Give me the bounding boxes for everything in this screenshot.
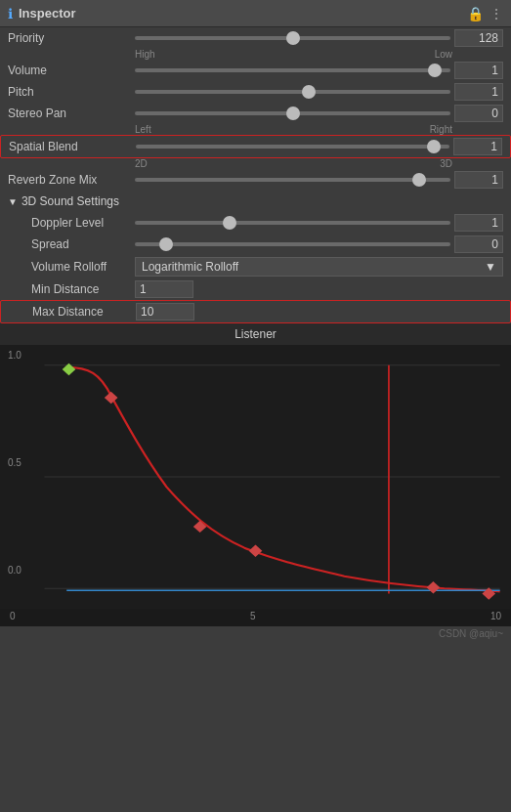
volume-slider[interactable] [135, 68, 450, 72]
lock-icon[interactable]: 🔒 [467, 6, 484, 21]
max-distance-value[interactable]: 10 [136, 303, 194, 321]
stereo-pan-value[interactable]: 0 [454, 105, 503, 122]
stereo-pan-sub-labels: Left Right [0, 124, 511, 135]
reverb-zone-mix-row: Reverb Zone Mix 1 [0, 169, 511, 191]
doppler-level-slider[interactable] [135, 221, 450, 225]
doppler-level-label: Doppler Level [8, 216, 135, 230]
reverb-zone-mix-value[interactable]: 1 [454, 171, 503, 189]
spread-value[interactable]: 0 [454, 235, 503, 253]
spread-label: Spread [8, 237, 135, 251]
chart-area: 1.0 0.5 0.0 [0, 345, 511, 609]
volume-value[interactable]: 1 [454, 62, 503, 79]
spread-slider[interactable] [135, 242, 450, 246]
section-3d-arrow: ▼ [8, 196, 18, 207]
svg-marker-6 [249, 545, 263, 557]
header-icons: 🔒 ⋮ [467, 6, 503, 21]
stereo-pan-slider[interactable] [135, 111, 450, 115]
pitch-slider[interactable] [135, 90, 450, 94]
volume-label: Volume [8, 64, 135, 77]
doppler-level-control: 1 [135, 214, 503, 232]
spread-control: 0 [135, 235, 503, 253]
pitch-control: 1 [135, 83, 503, 101]
section-3d-label: 3D Sound Settings [21, 194, 119, 208]
spatial-blend-row: Spatial Blend 1 [0, 135, 511, 158]
volume-row: Volume 1 [0, 60, 511, 81]
spatial-blend-label: Spatial Blend [9, 140, 136, 153]
svg-marker-8 [482, 587, 495, 599]
chart-svg [0, 345, 511, 609]
volume-control: 1 [135, 62, 503, 79]
stereo-pan-label: Stereo Pan [8, 107, 135, 120]
inspector-panel: ℹ Inspector 🔒 ⋮ Priority 128 High Low Vo… [0, 0, 511, 641]
doppler-level-value[interactable]: 1 [454, 214, 503, 232]
priority-control: 128 [135, 29, 503, 47]
panel-title: Inspector [19, 6, 76, 21]
header: ℹ Inspector 🔒 ⋮ [0, 0, 511, 27]
min-distance-row: Min Distance 1 [0, 278, 511, 300]
chart-container: Listener 1.0 0.5 0.0 [0, 323, 511, 626]
priority-slider[interactable] [135, 36, 450, 40]
stereo-pan-control: 0 [135, 105, 503, 122]
info-icon: ℹ [8, 6, 13, 21]
menu-icon[interactable]: ⋮ [490, 6, 503, 21]
stereo-pan-row: Stereo Pan 0 [0, 103, 511, 124]
max-distance-row: Max Distance 10 [0, 300, 511, 323]
spatial-blend-sub-labels: 2D 3D [0, 158, 511, 169]
volume-rolloff-dropdown-value: Logarithmic Rolloff [142, 260, 238, 274]
priority-sub-labels: High Low [0, 49, 511, 60]
priority-label: Priority [8, 31, 135, 45]
watermark: CSDN @aqiu~ [0, 626, 511, 641]
svg-marker-7 [427, 581, 441, 593]
volume-rolloff-row: Volume Rolloff Logarithmic Rolloff ▼ [0, 255, 511, 278]
pitch-row: Pitch 1 [0, 81, 511, 103]
chart-x-labels: 0 5 10 [0, 609, 511, 623]
volume-rolloff-label: Volume Rolloff [8, 260, 135, 274]
spatial-blend-slider[interactable] [136, 145, 449, 149]
doppler-level-row: Doppler Level 1 [0, 212, 511, 234]
priority-value[interactable]: 128 [454, 29, 503, 47]
min-distance-control: 1 [135, 280, 503, 298]
pitch-label: Pitch [8, 85, 135, 99]
reverb-zone-mix-label: Reverb Zone Mix [8, 173, 135, 187]
min-distance-value[interactable]: 1 [135, 280, 193, 298]
volume-rolloff-dropdown[interactable]: Logarithmic Rolloff ▼ [135, 257, 503, 277]
spatial-blend-value[interactable]: 1 [453, 138, 502, 155]
volume-rolloff-control: Logarithmic Rolloff ▼ [135, 257, 503, 277]
reverb-zone-mix-slider[interactable] [135, 178, 450, 182]
header-left: ℹ Inspector [8, 6, 76, 21]
min-distance-label: Min Distance [8, 282, 135, 296]
svg-marker-5 [193, 521, 207, 533]
reverb-zone-mix-control: 1 [135, 171, 503, 189]
pitch-value[interactable]: 1 [454, 83, 503, 101]
dropdown-arrow-icon: ▼ [485, 260, 496, 274]
priority-row: Priority 128 [0, 27, 511, 49]
chart-title: Listener [0, 323, 511, 345]
spatial-blend-control: 1 [136, 138, 502, 155]
section-3d-header[interactable]: ▼ 3D Sound Settings [0, 191, 511, 212]
max-distance-control: 10 [136, 303, 502, 321]
spread-row: Spread 0 [0, 234, 511, 255]
max-distance-label: Max Distance [9, 305, 136, 319]
